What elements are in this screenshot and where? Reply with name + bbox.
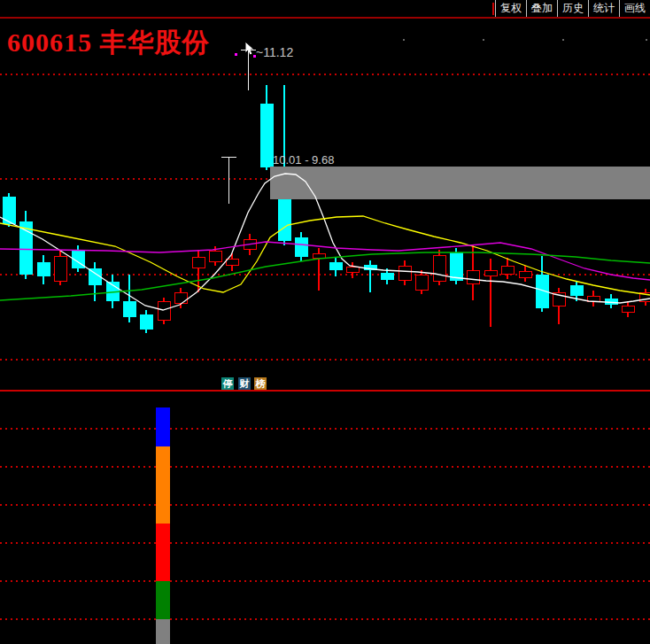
toolbar-button-2[interactable]: 叠加 <box>526 0 557 17</box>
toolbar-button-5[interactable]: 画线 <box>619 0 650 17</box>
faint-tick-dot <box>562 39 564 41</box>
toolbar-button-3[interactable]: 历史 <box>557 0 588 17</box>
flag-crossbar-1 <box>241 50 256 50</box>
high-price-label: ~11.12 <box>256 45 293 59</box>
mini-button-财[interactable]: 财 <box>238 377 251 390</box>
toolbar-divider-line <box>0 17 650 19</box>
toolbar-button-4[interactable]: 统计 <box>588 0 619 17</box>
candlestick-chart[interactable]: ~11.12 10.01 - 9.68 <box>0 0 650 644</box>
flag-crossbar-2 <box>221 157 236 158</box>
flag-pole-1 <box>248 50 249 90</box>
faint-tick-dot <box>403 39 405 41</box>
toolbar-accent-tick <box>492 3 494 15</box>
mini-button-停[interactable]: 停 <box>221 377 234 390</box>
app-window: 复权叠加历史统计画线 600615 丰华股份 ~11.12 10.01 - 9.… <box>0 0 650 644</box>
faint-tick-dot <box>483 39 484 41</box>
annotations-layer <box>0 0 650 644</box>
faint-tick-dot <box>646 39 647 41</box>
flag-pole-2 <box>228 157 229 204</box>
mini-button-榜[interactable]: 榜 <box>254 377 267 390</box>
top-toolbar: 复权叠加历史统计画线 <box>492 0 650 17</box>
toolbar-button-1[interactable]: 复权 <box>495 0 526 17</box>
stock-title: 600615 丰华股份 <box>7 25 210 61</box>
range-price-label: 10.01 - 9.68 <box>273 153 334 167</box>
toolbar-buttons: 复权叠加历史统计画线 <box>495 0 650 17</box>
drawing-anchor-dot <box>235 53 237 56</box>
panel-divider-line <box>0 390 650 392</box>
